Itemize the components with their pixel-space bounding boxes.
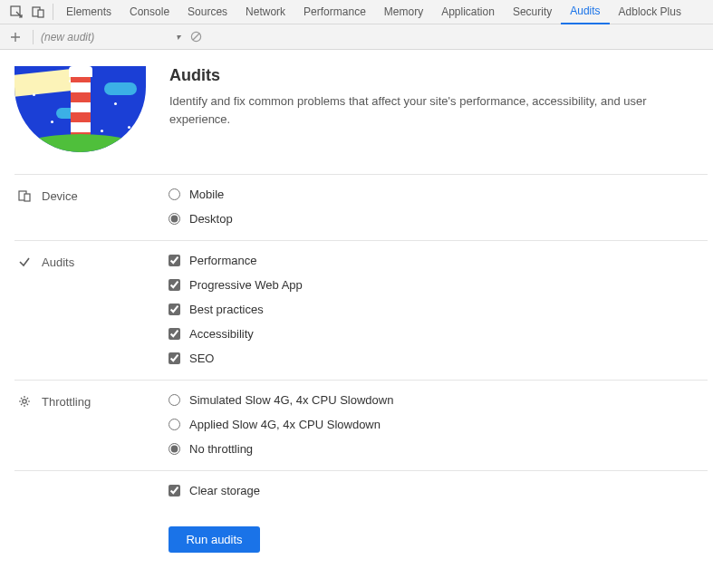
hero-text: Audits Identify and fix common problems … [169, 66, 708, 152]
option-label: Accessibility [189, 327, 254, 341]
section-label: Device [42, 189, 78, 203]
check-icon [18, 255, 33, 268]
option-label: No throttling [189, 442, 253, 456]
audit-option-best-practices[interactable]: Best practices [169, 303, 303, 316]
device-option-desktop[interactable]: Desktop [169, 212, 233, 226]
radio-mobile[interactable] [169, 188, 180, 200]
radio-no-throttling[interactable] [169, 443, 180, 455]
clear-icon[interactable] [186, 27, 206, 47]
audits-panel: Audits Identify and fix common problems … [0, 50, 713, 588]
audit-option-pwa[interactable]: Progressive Web App [169, 278, 303, 292]
option-label: Mobile [189, 188, 224, 201]
checkbox-clear-storage[interactable] [169, 485, 180, 496]
inspect-icon[interactable] [5, 1, 27, 23]
checkbox-pwa[interactable] [169, 279, 180, 291]
radio-desktop[interactable] [169, 213, 180, 225]
device-option-mobile[interactable]: Mobile [169, 188, 233, 201]
audit-dropdown-label: (new audit) [41, 31, 94, 43]
svg-rect-2 [38, 10, 43, 17]
tab-application[interactable]: Application [432, 0, 504, 24]
checkbox-accessibility[interactable] [169, 328, 180, 340]
tab-network[interactable]: Network [236, 0, 294, 24]
section-throttling: Throttling Simulated Slow 4G, 4x CPU Slo… [14, 380, 708, 470]
chevron-down-icon: ▾ [176, 32, 180, 42]
radio-simulated[interactable] [169, 394, 180, 406]
divider [53, 4, 53, 20]
run-audits-button[interactable]: Run audits [169, 526, 260, 553]
throttling-option-simulated[interactable]: Simulated Slow 4G, 4x CPU Slowdown [169, 393, 393, 407]
page-subtitle: Identify and fix common problems that af… [169, 92, 708, 128]
tab-performance[interactable]: Performance [294, 0, 375, 24]
page-title: Audits [169, 66, 708, 85]
audit-option-seo[interactable]: SEO [169, 352, 303, 365]
device-icon [18, 189, 33, 202]
checkbox-best-practices[interactable] [169, 304, 180, 315]
option-label: Applied Slow 4G, 4x CPU Slowdown [189, 418, 381, 431]
option-label: Clear storage [189, 484, 260, 497]
svg-point-7 [23, 400, 26, 403]
audits-toolbar: (new audit) ▾ [0, 24, 713, 50]
svg-line-4 [193, 34, 199, 40]
devtools-tabstrip: Elements Console Sources Network Perform… [0, 0, 713, 24]
audit-dropdown[interactable]: (new audit) ▾ [41, 31, 180, 43]
throttling-option-none[interactable]: No throttling [169, 442, 393, 456]
audit-option-accessibility[interactable]: Accessibility [169, 327, 303, 341]
option-label: Simulated Slow 4G, 4x CPU Slowdown [189, 393, 393, 407]
tab-security[interactable]: Security [504, 0, 561, 24]
throttling-option-applied[interactable]: Applied Slow 4G, 4x CPU Slowdown [169, 418, 393, 431]
tab-sources[interactable]: Sources [178, 0, 236, 24]
tab-audits[interactable]: Audits [561, 0, 609, 24]
hero: Audits Identify and fix common problems … [14, 66, 708, 174]
tab-memory[interactable]: Memory [375, 0, 432, 24]
checkbox-seo[interactable] [169, 352, 180, 364]
option-label: SEO [189, 352, 214, 365]
svg-rect-6 [24, 194, 30, 201]
clear-storage-option[interactable]: Clear storage [169, 484, 260, 497]
tab-elements[interactable]: Elements [57, 0, 120, 24]
tab-console[interactable]: Console [120, 0, 178, 24]
device-mode-icon[interactable] [27, 1, 49, 23]
audit-option-performance[interactable]: Performance [169, 254, 303, 267]
section-label: Throttling [42, 395, 91, 409]
new-audit-icon[interactable] [5, 27, 25, 47]
gear-icon [18, 395, 33, 408]
option-label: Performance [189, 254, 256, 267]
option-label: Desktop [189, 212, 233, 226]
section-run: Clear storage Run audits [14, 470, 708, 567]
section-device: Device Mobile Desktop [14, 174, 708, 240]
lighthouse-illustration [14, 66, 146, 152]
option-label: Progressive Web App [189, 278, 303, 292]
checkbox-performance[interactable] [169, 255, 180, 266]
option-label: Best practices [189, 303, 264, 316]
divider [33, 30, 34, 44]
section-label: Audits [42, 255, 74, 269]
radio-applied[interactable] [169, 419, 180, 430]
tab-adblock-plus[interactable]: Adblock Plus [610, 0, 690, 24]
section-audits: Audits Performance Progressive Web App B… [14, 240, 708, 380]
